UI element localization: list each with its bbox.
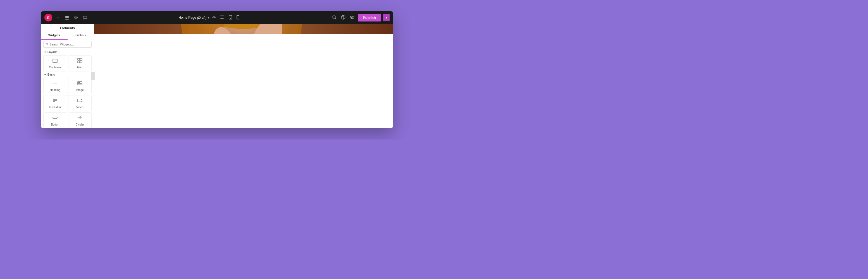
container-label: Container bbox=[49, 66, 61, 69]
top-bar: E + Home Page (Draft) ▾ bbox=[41, 11, 393, 24]
page-settings-icon[interactable] bbox=[212, 15, 216, 20]
svg-rect-1 bbox=[65, 17, 69, 18]
page-title: Home Page (Draft) ▾ bbox=[179, 15, 209, 20]
svg-point-7 bbox=[230, 19, 230, 19]
settings-icon[interactable] bbox=[73, 14, 79, 21]
widget-heading[interactable]: Heading bbox=[43, 78, 67, 94]
svg-point-3 bbox=[75, 17, 77, 19]
basic-widgets-grid: Heading Image Text Editor bbox=[41, 77, 94, 128]
top-bar-right: Publish ▾ bbox=[331, 14, 390, 22]
svg-rect-5 bbox=[220, 15, 224, 19]
divider-icon bbox=[77, 115, 83, 122]
top-bar-left: E + bbox=[44, 14, 88, 22]
heading-label: Heading bbox=[50, 89, 60, 92]
video-icon bbox=[77, 98, 83, 105]
publish-label: Publish bbox=[363, 15, 376, 20]
video-label: Video bbox=[76, 106, 83, 109]
svg-rect-21 bbox=[78, 81, 82, 85]
canvas-wrapper: ‹ CO/CEPT SHOP ABOUT OUR BELIEFS bbox=[94, 24, 393, 128]
help-icon[interactable] bbox=[340, 15, 347, 21]
category-layout: ▼ Layout bbox=[41, 49, 94, 55]
container-icon bbox=[52, 58, 58, 65]
svg-point-15 bbox=[46, 43, 48, 45]
svg-point-10 bbox=[333, 15, 335, 19]
svg-rect-19 bbox=[78, 61, 80, 63]
svg-rect-24 bbox=[53, 117, 57, 118]
layout-widgets-grid: Container Grid bbox=[41, 55, 94, 72]
panel-tabs: Widgets Globals bbox=[41, 31, 94, 40]
svg-rect-2 bbox=[65, 19, 69, 20]
mobile-icon[interactable] bbox=[236, 14, 241, 21]
widget-video[interactable]: Video bbox=[68, 95, 92, 111]
button-label: Button bbox=[51, 123, 59, 126]
svg-rect-18 bbox=[80, 58, 82, 60]
search-icon[interactable] bbox=[331, 15, 338, 21]
search-widgets-container bbox=[43, 41, 92, 48]
grid-label: Grid bbox=[77, 66, 83, 69]
top-bar-center: Home Page (Draft) ▾ bbox=[179, 14, 241, 21]
publish-dropdown-button[interactable]: ▾ bbox=[383, 14, 390, 21]
svg-point-14 bbox=[351, 16, 353, 18]
text-editor-label: Text Editor bbox=[49, 106, 62, 109]
device-icons bbox=[219, 14, 241, 21]
tablet-icon[interactable] bbox=[227, 14, 233, 21]
svg-point-13 bbox=[350, 16, 354, 19]
svg-rect-0 bbox=[65, 16, 69, 17]
panel-title: Elements bbox=[41, 24, 94, 31]
svg-rect-17 bbox=[78, 58, 80, 60]
grid-icon bbox=[77, 58, 83, 65]
svg-point-12 bbox=[343, 18, 343, 19]
divider-label: Divider bbox=[75, 123, 84, 126]
svg-point-9 bbox=[238, 19, 238, 19]
button-icon bbox=[52, 115, 58, 122]
publish-button[interactable]: Publish bbox=[358, 14, 381, 22]
layers-icon[interactable] bbox=[64, 14, 70, 21]
panel-collapse-handle[interactable]: ‹ bbox=[91, 72, 95, 80]
preview-icon[interactable] bbox=[349, 15, 355, 21]
svg-rect-16 bbox=[53, 59, 57, 63]
add-icon[interactable]: + bbox=[55, 14, 61, 21]
text-editor-icon bbox=[52, 98, 58, 105]
widget-grid[interactable]: Grid bbox=[68, 55, 92, 71]
desktop-icon[interactable] bbox=[219, 15, 225, 21]
widget-divider[interactable]: Divider bbox=[68, 112, 92, 128]
main-content: Elements Widgets Globals ▼ Layout bbox=[41, 24, 393, 128]
widget-text-editor[interactable]: Text Editor bbox=[43, 95, 67, 111]
svg-rect-23 bbox=[78, 99, 81, 102]
elements-panel: Elements Widgets Globals ▼ Layout bbox=[41, 24, 94, 128]
widget-container[interactable]: Container bbox=[43, 55, 67, 71]
widget-image[interactable]: Image bbox=[68, 78, 92, 94]
tab-globals[interactable]: Globals bbox=[68, 31, 94, 40]
heading-icon bbox=[52, 80, 58, 87]
svg-point-4 bbox=[213, 16, 215, 18]
tab-widgets[interactable]: Widgets bbox=[41, 31, 68, 40]
search-widgets-input[interactable] bbox=[50, 43, 89, 46]
widget-button[interactable]: Button bbox=[43, 112, 67, 128]
svg-rect-20 bbox=[80, 61, 82, 63]
canvas-area: CO/CEPT SHOP ABOUT OUR BELIEFS bbox=[94, 24, 393, 34]
image-label: Image bbox=[76, 89, 84, 92]
editor-window: E + Home Page (Draft) ▾ bbox=[41, 11, 393, 128]
image-icon bbox=[77, 80, 83, 87]
elementor-logo[interactable]: E bbox=[44, 14, 52, 22]
search-widgets-icon bbox=[46, 43, 48, 46]
comments-icon[interactable] bbox=[82, 14, 88, 21]
category-basic: ▼ Basic bbox=[41, 72, 94, 77]
canvas-inner: CO/CEPT SHOP ABOUT OUR BELIEFS bbox=[94, 24, 393, 34]
